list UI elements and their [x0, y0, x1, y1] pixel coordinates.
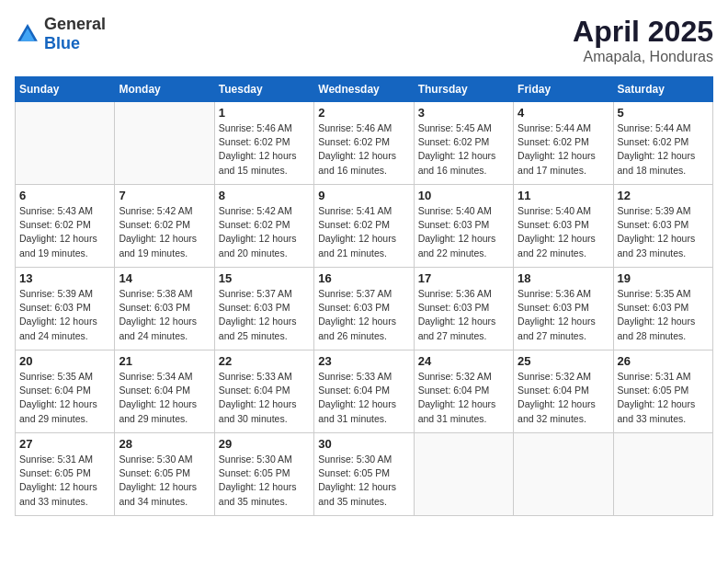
day-info: Sunrise: 5:40 AMSunset: 6:03 PMDaylight:… [518, 204, 609, 260]
day-info: Sunrise: 5:36 AMSunset: 6:03 PMDaylight:… [418, 287, 509, 343]
day-info: Sunrise: 5:31 AMSunset: 6:05 PMDaylight:… [19, 453, 110, 509]
day-info: Sunrise: 5:38 AMSunset: 6:03 PMDaylight:… [119, 287, 210, 343]
table-row [514, 433, 613, 516]
table-row: 25Sunrise: 5:32 AMSunset: 6:04 PMDayligh… [514, 350, 613, 433]
table-row: 19Sunrise: 5:35 AMSunset: 6:03 PMDayligh… [613, 268, 712, 350]
table-row: 9Sunrise: 5:41 AMSunset: 6:02 PMDaylight… [314, 185, 414, 268]
day-info: Sunrise: 5:36 AMSunset: 6:03 PMDaylight:… [518, 287, 609, 343]
day-number: 28 [119, 437, 210, 451]
table-row: 5Sunrise: 5:44 AMSunset: 6:02 PMDaylight… [613, 102, 712, 185]
day-info: Sunrise: 5:35 AMSunset: 6:04 PMDaylight:… [19, 370, 110, 426]
day-info: Sunrise: 5:41 AMSunset: 6:02 PMDaylight:… [318, 204, 409, 260]
day-info: Sunrise: 5:35 AMSunset: 6:03 PMDaylight:… [618, 287, 709, 343]
table-row: 18Sunrise: 5:36 AMSunset: 6:03 PMDayligh… [514, 268, 613, 350]
header-wednesday: Wednesday [314, 77, 414, 102]
week-row-5: 27Sunrise: 5:31 AMSunset: 6:05 PMDayligh… [16, 433, 713, 516]
day-number: 8 [219, 189, 310, 202]
day-number: 4 [518, 106, 609, 120]
table-row: 24Sunrise: 5:32 AMSunset: 6:04 PMDayligh… [414, 350, 513, 433]
calendar-location: Amapala, Honduras [573, 49, 713, 65]
day-number: 22 [219, 354, 310, 368]
day-info: Sunrise: 5:44 AMSunset: 6:02 PMDaylight:… [518, 121, 609, 178]
day-number: 11 [518, 189, 609, 202]
day-info: Sunrise: 5:39 AMSunset: 6:03 PMDaylight:… [618, 204, 709, 260]
logo: General Blue [15, 15, 106, 53]
table-row: 12Sunrise: 5:39 AMSunset: 6:03 PMDayligh… [613, 185, 712, 268]
header-friday: Friday [514, 77, 613, 102]
weekday-header-row: Sunday Monday Tuesday Wednesday Thursday… [16, 77, 713, 102]
day-number: 5 [618, 106, 709, 120]
logo-text: General Blue [44, 15, 106, 53]
table-row: 16Sunrise: 5:37 AMSunset: 6:03 PMDayligh… [314, 268, 414, 350]
table-row [115, 102, 214, 185]
day-number: 13 [19, 271, 110, 285]
week-row-2: 6Sunrise: 5:43 AMSunset: 6:02 PMDaylight… [16, 185, 713, 268]
day-number: 20 [19, 354, 110, 368]
header-monday: Monday [115, 77, 214, 102]
table-row: 22Sunrise: 5:33 AMSunset: 6:04 PMDayligh… [214, 350, 313, 433]
logo-general: General [44, 15, 106, 33]
week-row-1: 1Sunrise: 5:46 AMSunset: 6:02 PMDaylight… [16, 102, 713, 185]
table-row: 6Sunrise: 5:43 AMSunset: 6:02 PMDaylight… [16, 185, 115, 268]
table-row: 29Sunrise: 5:30 AMSunset: 6:05 PMDayligh… [214, 433, 313, 516]
week-row-4: 20Sunrise: 5:35 AMSunset: 6:04 PMDayligh… [16, 350, 713, 433]
day-info: Sunrise: 5:30 AMSunset: 6:05 PMDaylight:… [219, 453, 310, 509]
day-number: 18 [518, 271, 609, 285]
table-row: 15Sunrise: 5:37 AMSunset: 6:03 PMDayligh… [214, 268, 313, 350]
calendar-title: April 2025 [573, 15, 713, 49]
table-row: 10Sunrise: 5:40 AMSunset: 6:03 PMDayligh… [414, 185, 513, 268]
day-info: Sunrise: 5:33 AMSunset: 6:04 PMDaylight:… [318, 370, 409, 426]
table-row: 20Sunrise: 5:35 AMSunset: 6:04 PMDayligh… [16, 350, 115, 433]
table-row [16, 102, 115, 185]
calendar-table: Sunday Monday Tuesday Wednesday Thursday… [15, 76, 713, 516]
header-thursday: Thursday [414, 77, 513, 102]
day-number: 27 [19, 437, 110, 451]
title-block: April 2025 Amapala, Honduras [573, 15, 713, 65]
page-header: General Blue April 2025 Amapala, Hondura… [15, 15, 713, 65]
day-number: 26 [618, 354, 709, 368]
day-number: 24 [418, 354, 509, 368]
table-row: 1Sunrise: 5:46 AMSunset: 6:02 PMDaylight… [214, 102, 313, 185]
day-info: Sunrise: 5:39 AMSunset: 6:03 PMDaylight:… [19, 287, 110, 343]
table-row: 13Sunrise: 5:39 AMSunset: 6:03 PMDayligh… [16, 268, 115, 350]
day-number: 15 [219, 271, 310, 285]
day-number: 16 [318, 271, 409, 285]
day-number: 10 [418, 189, 509, 202]
day-info: Sunrise: 5:45 AMSunset: 6:02 PMDaylight:… [418, 121, 509, 178]
day-info: Sunrise: 5:37 AMSunset: 6:03 PMDaylight:… [318, 287, 409, 343]
day-info: Sunrise: 5:30 AMSunset: 6:05 PMDaylight:… [318, 453, 409, 509]
day-info: Sunrise: 5:43 AMSunset: 6:02 PMDaylight:… [19, 204, 110, 260]
table-row: 11Sunrise: 5:40 AMSunset: 6:03 PMDayligh… [514, 185, 613, 268]
day-info: Sunrise: 5:32 AMSunset: 6:04 PMDaylight:… [418, 370, 509, 426]
table-row [613, 433, 712, 516]
header-sunday: Sunday [16, 77, 115, 102]
table-row: 26Sunrise: 5:31 AMSunset: 6:05 PMDayligh… [613, 350, 712, 433]
day-info: Sunrise: 5:46 AMSunset: 6:02 PMDaylight:… [318, 121, 409, 178]
logo-icon [15, 21, 40, 47]
table-row [414, 433, 513, 516]
header-saturday: Saturday [613, 77, 712, 102]
day-info: Sunrise: 5:40 AMSunset: 6:03 PMDaylight:… [418, 204, 509, 260]
day-info: Sunrise: 5:42 AMSunset: 6:02 PMDaylight:… [119, 204, 210, 260]
table-row: 14Sunrise: 5:38 AMSunset: 6:03 PMDayligh… [115, 268, 214, 350]
week-row-3: 13Sunrise: 5:39 AMSunset: 6:03 PMDayligh… [16, 268, 713, 350]
table-row: 2Sunrise: 5:46 AMSunset: 6:02 PMDaylight… [314, 102, 414, 185]
day-info: Sunrise: 5:34 AMSunset: 6:04 PMDaylight:… [119, 370, 210, 426]
day-number: 17 [418, 271, 509, 285]
table-row: 21Sunrise: 5:34 AMSunset: 6:04 PMDayligh… [115, 350, 214, 433]
table-row: 8Sunrise: 5:42 AMSunset: 6:02 PMDaylight… [214, 185, 313, 268]
day-number: 6 [19, 189, 110, 202]
day-info: Sunrise: 5:32 AMSunset: 6:04 PMDaylight:… [518, 370, 609, 426]
day-number: 19 [618, 271, 709, 285]
day-number: 7 [119, 189, 210, 202]
day-number: 25 [518, 354, 609, 368]
day-number: 23 [318, 354, 409, 368]
table-row: 7Sunrise: 5:42 AMSunset: 6:02 PMDaylight… [115, 185, 214, 268]
day-number: 2 [318, 106, 409, 120]
table-row: 30Sunrise: 5:30 AMSunset: 6:05 PMDayligh… [314, 433, 414, 516]
day-info: Sunrise: 5:46 AMSunset: 6:02 PMDaylight:… [219, 121, 310, 178]
day-info: Sunrise: 5:42 AMSunset: 6:02 PMDaylight:… [219, 204, 310, 260]
day-info: Sunrise: 5:31 AMSunset: 6:05 PMDaylight:… [618, 370, 709, 426]
day-info: Sunrise: 5:37 AMSunset: 6:03 PMDaylight:… [219, 287, 310, 343]
day-info: Sunrise: 5:44 AMSunset: 6:02 PMDaylight:… [618, 121, 709, 178]
